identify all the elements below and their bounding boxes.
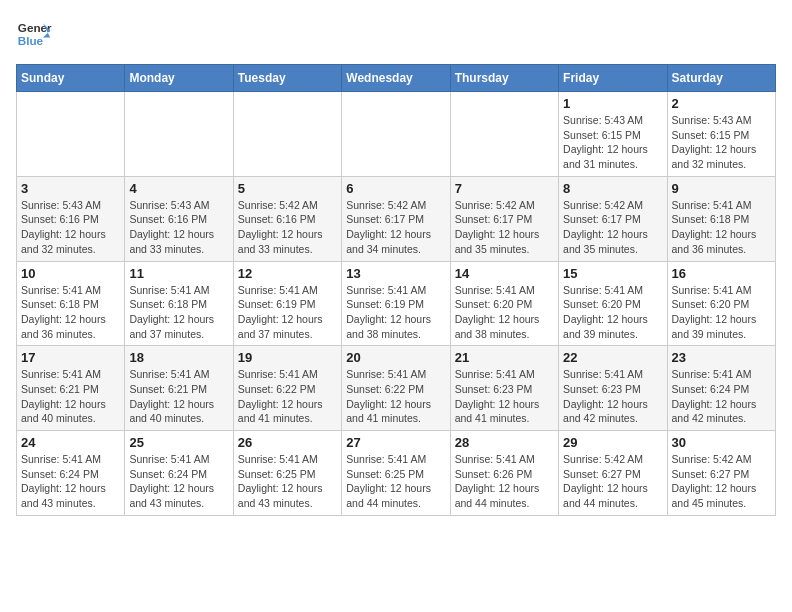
calendar-cell: 6Sunrise: 5:42 AM Sunset: 6:17 PM Daylig… bbox=[342, 176, 450, 261]
day-number: 27 bbox=[346, 435, 445, 450]
day-info: Sunrise: 5:42 AM Sunset: 6:27 PM Dayligh… bbox=[672, 452, 771, 511]
day-number: 8 bbox=[563, 181, 662, 196]
calendar-cell: 21Sunrise: 5:41 AM Sunset: 6:23 PM Dayli… bbox=[450, 346, 558, 431]
day-info: Sunrise: 5:42 AM Sunset: 6:17 PM Dayligh… bbox=[563, 198, 662, 257]
day-number: 1 bbox=[563, 96, 662, 111]
weekday-header-friday: Friday bbox=[559, 65, 667, 92]
calendar-cell: 10Sunrise: 5:41 AM Sunset: 6:18 PM Dayli… bbox=[17, 261, 125, 346]
calendar-cell: 5Sunrise: 5:42 AM Sunset: 6:16 PM Daylig… bbox=[233, 176, 341, 261]
day-number: 18 bbox=[129, 350, 228, 365]
calendar-cell: 23Sunrise: 5:41 AM Sunset: 6:24 PM Dayli… bbox=[667, 346, 775, 431]
day-info: Sunrise: 5:41 AM Sunset: 6:24 PM Dayligh… bbox=[129, 452, 228, 511]
day-number: 10 bbox=[21, 266, 120, 281]
calendar-cell: 20Sunrise: 5:41 AM Sunset: 6:22 PM Dayli… bbox=[342, 346, 450, 431]
calendar-cell: 7Sunrise: 5:42 AM Sunset: 6:17 PM Daylig… bbox=[450, 176, 558, 261]
day-info: Sunrise: 5:41 AM Sunset: 6:26 PM Dayligh… bbox=[455, 452, 554, 511]
page-header: General Blue bbox=[16, 16, 776, 52]
day-info: Sunrise: 5:41 AM Sunset: 6:19 PM Dayligh… bbox=[346, 283, 445, 342]
day-number: 19 bbox=[238, 350, 337, 365]
calendar-cell: 17Sunrise: 5:41 AM Sunset: 6:21 PM Dayli… bbox=[17, 346, 125, 431]
day-info: Sunrise: 5:41 AM Sunset: 6:25 PM Dayligh… bbox=[238, 452, 337, 511]
weekday-header-thursday: Thursday bbox=[450, 65, 558, 92]
weekday-header-monday: Monday bbox=[125, 65, 233, 92]
day-number: 20 bbox=[346, 350, 445, 365]
day-info: Sunrise: 5:41 AM Sunset: 6:18 PM Dayligh… bbox=[21, 283, 120, 342]
day-number: 2 bbox=[672, 96, 771, 111]
weekday-header-saturday: Saturday bbox=[667, 65, 775, 92]
day-info: Sunrise: 5:42 AM Sunset: 6:16 PM Dayligh… bbox=[238, 198, 337, 257]
day-number: 16 bbox=[672, 266, 771, 281]
day-info: Sunrise: 5:41 AM Sunset: 6:20 PM Dayligh… bbox=[455, 283, 554, 342]
logo: General Blue bbox=[16, 16, 52, 52]
calendar-cell: 26Sunrise: 5:41 AM Sunset: 6:25 PM Dayli… bbox=[233, 431, 341, 516]
day-info: Sunrise: 5:41 AM Sunset: 6:21 PM Dayligh… bbox=[21, 367, 120, 426]
calendar-cell: 19Sunrise: 5:41 AM Sunset: 6:22 PM Dayli… bbox=[233, 346, 341, 431]
day-number: 17 bbox=[21, 350, 120, 365]
day-info: Sunrise: 5:41 AM Sunset: 6:24 PM Dayligh… bbox=[21, 452, 120, 511]
day-info: Sunrise: 5:41 AM Sunset: 6:22 PM Dayligh… bbox=[238, 367, 337, 426]
day-number: 3 bbox=[21, 181, 120, 196]
calendar-cell bbox=[450, 92, 558, 177]
calendar-cell: 13Sunrise: 5:41 AM Sunset: 6:19 PM Dayli… bbox=[342, 261, 450, 346]
day-info: Sunrise: 5:42 AM Sunset: 6:17 PM Dayligh… bbox=[455, 198, 554, 257]
day-number: 24 bbox=[21, 435, 120, 450]
calendar-cell: 25Sunrise: 5:41 AM Sunset: 6:24 PM Dayli… bbox=[125, 431, 233, 516]
day-number: 11 bbox=[129, 266, 228, 281]
calendar-cell: 11Sunrise: 5:41 AM Sunset: 6:18 PM Dayli… bbox=[125, 261, 233, 346]
day-info: Sunrise: 5:43 AM Sunset: 6:15 PM Dayligh… bbox=[672, 113, 771, 172]
day-info: Sunrise: 5:41 AM Sunset: 6:24 PM Dayligh… bbox=[672, 367, 771, 426]
calendar-cell: 28Sunrise: 5:41 AM Sunset: 6:26 PM Dayli… bbox=[450, 431, 558, 516]
day-info: Sunrise: 5:41 AM Sunset: 6:20 PM Dayligh… bbox=[672, 283, 771, 342]
day-info: Sunrise: 5:41 AM Sunset: 6:19 PM Dayligh… bbox=[238, 283, 337, 342]
calendar-cell: 4Sunrise: 5:43 AM Sunset: 6:16 PM Daylig… bbox=[125, 176, 233, 261]
calendar-cell: 3Sunrise: 5:43 AM Sunset: 6:16 PM Daylig… bbox=[17, 176, 125, 261]
day-number: 13 bbox=[346, 266, 445, 281]
day-number: 5 bbox=[238, 181, 337, 196]
day-info: Sunrise: 5:41 AM Sunset: 6:22 PM Dayligh… bbox=[346, 367, 445, 426]
day-info: Sunrise: 5:43 AM Sunset: 6:16 PM Dayligh… bbox=[21, 198, 120, 257]
calendar-cell: 29Sunrise: 5:42 AM Sunset: 6:27 PM Dayli… bbox=[559, 431, 667, 516]
day-info: Sunrise: 5:41 AM Sunset: 6:18 PM Dayligh… bbox=[672, 198, 771, 257]
day-info: Sunrise: 5:41 AM Sunset: 6:20 PM Dayligh… bbox=[563, 283, 662, 342]
day-number: 14 bbox=[455, 266, 554, 281]
weekday-header-sunday: Sunday bbox=[17, 65, 125, 92]
calendar-cell: 8Sunrise: 5:42 AM Sunset: 6:17 PM Daylig… bbox=[559, 176, 667, 261]
day-number: 7 bbox=[455, 181, 554, 196]
calendar-cell: 22Sunrise: 5:41 AM Sunset: 6:23 PM Dayli… bbox=[559, 346, 667, 431]
day-info: Sunrise: 5:42 AM Sunset: 6:27 PM Dayligh… bbox=[563, 452, 662, 511]
calendar-cell: 12Sunrise: 5:41 AM Sunset: 6:19 PM Dayli… bbox=[233, 261, 341, 346]
calendar-cell: 27Sunrise: 5:41 AM Sunset: 6:25 PM Dayli… bbox=[342, 431, 450, 516]
day-info: Sunrise: 5:43 AM Sunset: 6:16 PM Dayligh… bbox=[129, 198, 228, 257]
weekday-header-wednesday: Wednesday bbox=[342, 65, 450, 92]
calendar-cell: 15Sunrise: 5:41 AM Sunset: 6:20 PM Dayli… bbox=[559, 261, 667, 346]
logo-icon: General Blue bbox=[16, 16, 52, 52]
day-number: 12 bbox=[238, 266, 337, 281]
day-number: 6 bbox=[346, 181, 445, 196]
day-number: 22 bbox=[563, 350, 662, 365]
svg-text:Blue: Blue bbox=[18, 34, 44, 47]
day-number: 23 bbox=[672, 350, 771, 365]
day-number: 29 bbox=[563, 435, 662, 450]
day-number: 21 bbox=[455, 350, 554, 365]
calendar-cell: 14Sunrise: 5:41 AM Sunset: 6:20 PM Dayli… bbox=[450, 261, 558, 346]
day-number: 4 bbox=[129, 181, 228, 196]
day-number: 28 bbox=[455, 435, 554, 450]
calendar-cell: 2Sunrise: 5:43 AM Sunset: 6:15 PM Daylig… bbox=[667, 92, 775, 177]
day-info: Sunrise: 5:43 AM Sunset: 6:15 PM Dayligh… bbox=[563, 113, 662, 172]
day-number: 15 bbox=[563, 266, 662, 281]
calendar-cell bbox=[125, 92, 233, 177]
day-info: Sunrise: 5:41 AM Sunset: 6:23 PM Dayligh… bbox=[563, 367, 662, 426]
day-number: 25 bbox=[129, 435, 228, 450]
day-info: Sunrise: 5:41 AM Sunset: 6:23 PM Dayligh… bbox=[455, 367, 554, 426]
calendar-cell: 1Sunrise: 5:43 AM Sunset: 6:15 PM Daylig… bbox=[559, 92, 667, 177]
day-number: 9 bbox=[672, 181, 771, 196]
calendar-cell: 30Sunrise: 5:42 AM Sunset: 6:27 PM Dayli… bbox=[667, 431, 775, 516]
day-number: 30 bbox=[672, 435, 771, 450]
calendar-cell: 18Sunrise: 5:41 AM Sunset: 6:21 PM Dayli… bbox=[125, 346, 233, 431]
calendar-cell: 16Sunrise: 5:41 AM Sunset: 6:20 PM Dayli… bbox=[667, 261, 775, 346]
calendar-cell: 9Sunrise: 5:41 AM Sunset: 6:18 PM Daylig… bbox=[667, 176, 775, 261]
day-info: Sunrise: 5:41 AM Sunset: 6:25 PM Dayligh… bbox=[346, 452, 445, 511]
calendar-cell bbox=[233, 92, 341, 177]
day-info: Sunrise: 5:42 AM Sunset: 6:17 PM Dayligh… bbox=[346, 198, 445, 257]
calendar-cell bbox=[342, 92, 450, 177]
